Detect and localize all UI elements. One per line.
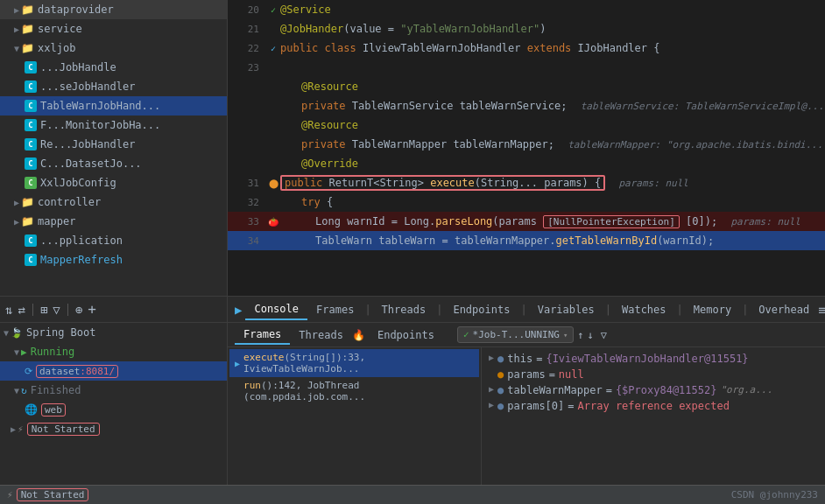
tab-overhead[interactable]: Overhead xyxy=(750,300,818,319)
refresh-icon: ↻ xyxy=(21,385,27,396)
sidebar-item-label: ...JobHandle xyxy=(40,61,116,74)
mapper-hint: "org.a... xyxy=(720,384,772,396)
frames-dropdown[interactable]: ✓ *Job-T...UNNING ▾ xyxy=(457,326,574,343)
expand-icon[interactable]: ▶ xyxy=(489,384,494,394)
code-line-23: 23 xyxy=(228,58,825,77)
line-gutter: 🍅 xyxy=(266,217,280,227)
sidebar-item-service[interactable]: ▶ 📁 service xyxy=(0,19,227,38)
springboot-icon: 🍃 xyxy=(11,327,23,339)
tab-memory[interactable]: Memory xyxy=(685,300,740,319)
tab-console[interactable]: Console xyxy=(245,299,307,320)
cs-text: execute(String[]):33, IviewTableWarnJob.… xyxy=(243,352,474,374)
project-sidebar: ▶ 📁 dataprovider ▶ 📁 service ▼ 📁 xxljob … xyxy=(0,0,228,296)
sidebar-item-xxljobconfig[interactable]: C XxlJobConfig xyxy=(0,173,227,192)
settings-icon[interactable]: ≡ xyxy=(818,303,825,317)
line-number: 32 xyxy=(235,197,259,208)
class-icon: C xyxy=(25,158,37,170)
arrow-icon: ▼ xyxy=(14,386,19,396)
code-text: try { xyxy=(280,196,333,208)
tab-endpoints[interactable]: Endpoints xyxy=(444,300,518,319)
debug-item-springboot[interactable]: ▼ 🍃 Spring Boot xyxy=(0,323,227,342)
notstarted-icon: ⚡ xyxy=(7,489,13,500)
check-icon: ✓ xyxy=(271,5,276,15)
tab-variables[interactable]: Variables xyxy=(529,300,603,319)
debug-item-finished[interactable]: ▼ ↻ Finished xyxy=(0,381,227,400)
sidebar-item-label: Re...JobHandler xyxy=(40,138,135,150)
sidebar-item-label: service xyxy=(38,23,82,35)
arrow-icon: ▶ xyxy=(14,24,19,34)
arrow-icon: ▶ xyxy=(14,5,19,15)
running-label: Running xyxy=(31,346,75,358)
sidebar-item-datasetjob[interactable]: C C...DatasetJo... xyxy=(0,154,227,173)
down-arrow-icon[interactable]: ↓ xyxy=(588,329,594,341)
subtab-endpoints[interactable]: Endpoints xyxy=(369,326,443,344)
sidebar-item-label: ...seJobHandler xyxy=(40,80,135,93)
params-value: null xyxy=(559,368,584,381)
class-icon: C xyxy=(25,254,37,266)
separator xyxy=(67,304,68,316)
add-icon[interactable]: ⊕ xyxy=(75,303,82,317)
web-badge: web xyxy=(41,403,66,416)
callstack-item-1[interactable]: ▶ run():142, JobThread (com.ppdai.job.co… xyxy=(229,377,479,405)
subtab-threads[interactable]: Threads xyxy=(290,326,352,344)
arrow-icon: ▶ xyxy=(14,198,19,207)
filter-icon[interactable]: ▽ xyxy=(601,329,607,341)
line-number: 20 xyxy=(235,4,259,16)
subtab-frames[interactable]: Frames xyxy=(235,326,290,345)
sidebar-item-monitorjobha[interactable]: C F...MonitorJobHa... xyxy=(0,116,227,135)
notstarted-label: Not Started xyxy=(27,423,100,436)
arrow-icon: ▼ xyxy=(14,44,19,53)
debug-bottom-content: ▶ execute(String[]):33, IviewTableWarnJo… xyxy=(228,347,825,485)
sidebar-item-label: F...MonitorJobHa... xyxy=(40,119,160,131)
sidebar-item-jobhandle1[interactable]: C ...JobHandle xyxy=(0,58,227,77)
debug-item-notstarted[interactable]: ▶ ⚡ Not Started xyxy=(0,419,227,438)
debug-item-web[interactable]: 🌐 web xyxy=(0,400,227,419)
web-icon: 🌐 xyxy=(25,403,38,416)
tab-watches[interactable]: Watches xyxy=(613,300,675,319)
sidebar-item-tablewarn[interactable]: C TableWarnJobHand... xyxy=(0,96,227,116)
params0-value: Array reference expected xyxy=(578,400,730,412)
this-icon: ● xyxy=(497,353,504,365)
frames-dropdown-label: *Job-T...UNNING xyxy=(473,329,560,340)
folder-icon: 📁 xyxy=(21,4,34,16)
debug-item-dataset[interactable]: ⟳ dataset:8081/ xyxy=(0,361,227,381)
sidebar-item-application[interactable]: C ...pplication xyxy=(0,231,227,250)
sidebar-item-dataprovider[interactable]: ▶ 📁 dataprovider xyxy=(0,0,227,19)
code-line-20: 20 ✓ @Service xyxy=(228,0,825,19)
callstack-panel: ▶ execute(String[]):33, IviewTableWarnJo… xyxy=(228,347,482,485)
cs-text: run():142, JobThread (com.ppdai.job.com.… xyxy=(243,380,474,402)
sidebar-item-xxljob[interactable]: ▼ 📁 xxljob xyxy=(0,38,227,58)
code-line-22: 22 ✓ public class IlviewTableWarnJobHand… xyxy=(228,38,825,58)
callstack-item-0[interactable]: ▶ execute(String[]):33, IviewTableWarnJo… xyxy=(229,349,479,377)
expand-icon[interactable]: ▶ xyxy=(489,400,494,410)
plus-icon[interactable]: + xyxy=(88,301,96,318)
layout-icon[interactable]: ⊞ xyxy=(40,303,47,317)
code-text: @Override xyxy=(280,158,358,170)
sidebar-item-retry[interactable]: C Re...JobHandler xyxy=(0,135,227,154)
arrow-icon: ▶ xyxy=(11,424,16,434)
tab-frames[interactable]: Frames xyxy=(307,300,363,319)
check-icon: ✓ xyxy=(463,329,469,340)
status-notstarted: ⚡ Not Started xyxy=(7,488,88,501)
bottom-panel: ⇅ ⇄ ⊞ ▽ ⊕ + ▼ 🍃 Spring Boot ▼ ▶ xyxy=(0,296,825,485)
sidebar-item-controller[interactable]: ▶ 📁 controller xyxy=(0,192,227,212)
sidebar-item-mapper[interactable]: ▶ 📁 mapper xyxy=(0,212,227,231)
filter-icon[interactable]: ⇅ xyxy=(5,303,12,317)
notstarted-icon: ⚡ xyxy=(18,424,24,435)
console-icon: ▶ xyxy=(235,303,242,317)
debug-items: ▼ 🍃 Spring Boot ▼ ▶ Running ⟳ dataset:80… xyxy=(0,323,227,485)
expand-icon[interactable]: ▶ xyxy=(489,353,494,362)
filter2-icon[interactable]: ▽ xyxy=(53,303,60,317)
sort-icon[interactable]: ⇄ xyxy=(18,303,25,317)
tab-threads[interactable]: Threads xyxy=(373,300,435,319)
sidebar-item-mapperrefresh[interactable]: C MapperRefresh xyxy=(0,250,227,270)
line-number: 22 xyxy=(235,43,259,54)
flame-icon: 🔥 xyxy=(352,329,365,341)
up-arrow-icon[interactable]: ↑ xyxy=(577,329,583,341)
sidebar-item-label: ...pplication xyxy=(40,234,123,247)
debug-item-running[interactable]: ▼ ▶ Running xyxy=(0,342,227,361)
chevron-down-icon: ▾ xyxy=(563,331,568,340)
code-text: @Resource xyxy=(280,119,358,131)
line-gutter: ✓ xyxy=(266,5,280,15)
sidebar-item-jobhandle2[interactable]: C ...seJobHandler xyxy=(0,77,227,96)
